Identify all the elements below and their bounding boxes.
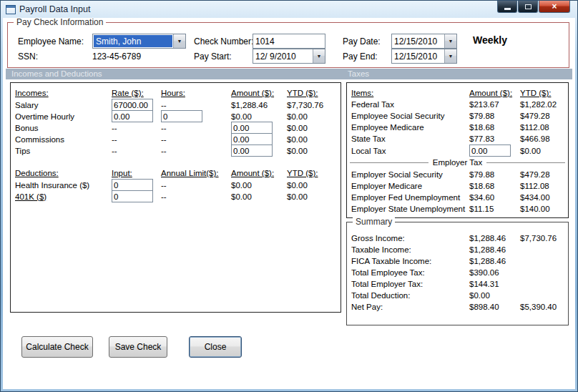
pay-date-picker[interactable]: 12/15/2010 ▼ bbox=[391, 34, 457, 49]
window-title: Payroll Data Input bbox=[19, 4, 90, 14]
overtime-rate-input[interactable] bbox=[112, 110, 153, 122]
er-fed-unemp-amount: $34.60 bbox=[469, 193, 520, 202]
col-header-amount: Amount ($): bbox=[231, 89, 287, 97]
col-header-input: Input: bbox=[112, 169, 161, 177]
paycheck-info-legend: Pay Check Information bbox=[14, 18, 106, 27]
tips-rate: -- bbox=[112, 147, 161, 155]
er-state-unemp-ytd: $140.00 bbox=[520, 205, 568, 213]
chevron-down-icon: ▼ bbox=[173, 34, 185, 48]
emp-ss-ytd: $479.28 bbox=[520, 112, 568, 120]
tips-ytd: $0.00 bbox=[287, 147, 341, 155]
commissions-amount-input[interactable] bbox=[231, 133, 273, 145]
check-number-label: Check Number: bbox=[194, 34, 253, 49]
table-row-employer-fed-unemployment: Employer Fed Unemployment $34.60 $434.00 bbox=[347, 192, 568, 203]
table-row-federal-tax: Federal Tax $213.67 $1,282.02 bbox=[347, 99, 568, 110]
employee-name-combobox[interactable]: Smith, John ▼ bbox=[92, 34, 186, 49]
local-tax-input[interactable] bbox=[469, 144, 511, 157]
emp-medicare-amount: $18.68 bbox=[469, 123, 520, 132]
check-number-input[interactable] bbox=[253, 34, 325, 49]
taxes-header-row: Items: Amount ($): YTD ($): bbox=[347, 87, 568, 99]
col-header-hours: Hours: bbox=[161, 89, 231, 97]
table-row-fica-taxable: FICA Taxable Income: $1,288.46 bbox=[347, 255, 568, 267]
col-header-rate: Rate ($): bbox=[112, 89, 161, 97]
incomes-header-row: Incomes: Rate ($): Hours: Amount ($): YT… bbox=[11, 87, 341, 99]
pay-end-value: 12/15/2010 bbox=[392, 49, 444, 63]
pay-date-label: Pay Date: bbox=[343, 34, 381, 49]
row-label: Gross Income: bbox=[351, 234, 469, 242]
local-ytd: $0.00 bbox=[520, 147, 568, 155]
employer-tax-divider: Employer Tax bbox=[347, 156, 568, 169]
deductions-header-row: Deductions: Input: Annual Limit($): Amou… bbox=[11, 167, 341, 179]
tips-hours: -- bbox=[161, 147, 231, 155]
employer-tax-label: Employer Tax bbox=[428, 158, 486, 167]
401k-link[interactable]: 401K ($) bbox=[15, 192, 112, 201]
table-row-total-employer-tax: Total Employer Tax: $144.31 bbox=[347, 278, 568, 290]
fica-amount: $1,288.46 bbox=[469, 257, 520, 265]
emp-medicare-ytd: $112.08 bbox=[520, 123, 568, 132]
salary-amount: $1,288.46 bbox=[231, 101, 287, 109]
er-medicare-ytd: $112.08 bbox=[520, 182, 568, 190]
client-area: Pay Check Information Employee Name: Smi… bbox=[3, 18, 575, 389]
row-label: FICA Taxable Income: bbox=[351, 257, 469, 265]
divider-line bbox=[350, 162, 428, 163]
overtime-amount: $0.00 bbox=[231, 112, 287, 121]
minimize-button[interactable] bbox=[497, 1, 517, 13]
tips-amount-input[interactable] bbox=[231, 144, 273, 157]
row-label: Employee Social Security bbox=[351, 112, 469, 120]
table-row-total-deduction: Total Deduction: $0.00 bbox=[347, 290, 568, 301]
window-controls: × bbox=[497, 1, 570, 13]
table-row-tips: Tips -- -- $0.00 bbox=[11, 144, 341, 156]
pay-start-label: Pay Start: bbox=[194, 49, 232, 64]
taxes-panel: Items: Amount ($): YTD ($): Federal Tax … bbox=[346, 82, 569, 218]
net-pay-ytd: $5,390.40 bbox=[520, 303, 568, 311]
row-label: Overtime Hourly bbox=[15, 112, 112, 121]
salary-rate-input[interactable] bbox=[112, 99, 153, 111]
section-incomes-deductions: Incomes and Deductions bbox=[11, 69, 102, 78]
col-header-incomes: Incomes: bbox=[15, 89, 112, 97]
paycheck-info-group: Pay Check Information Employee Name: Smi… bbox=[7, 22, 569, 68]
401k-ytd: $0.00 bbox=[287, 192, 341, 201]
calculate-check-button[interactable]: Calculate Check bbox=[21, 336, 93, 358]
er-ss-ytd: $479.28 bbox=[520, 170, 568, 179]
federal-amount: $213.67 bbox=[469, 100, 520, 109]
col-header-amount: Amount ($): bbox=[469, 89, 520, 97]
close-window-button[interactable]: × bbox=[539, 1, 570, 13]
col-header-ytd: YTD ($): bbox=[287, 89, 341, 97]
close-button[interactable]: Close bbox=[189, 336, 242, 358]
summary-group: Summary Gross Income: $1,288.46 $7,730.7… bbox=[346, 222, 569, 325]
save-check-button[interactable]: Save Check bbox=[109, 336, 167, 358]
commissions-ytd: $0.00 bbox=[287, 135, 341, 144]
commissions-hours: -- bbox=[161, 135, 231, 144]
table-row-commissions: Commissions -- -- $0.00 bbox=[11, 133, 341, 144]
row-label: Total Deduction: bbox=[351, 291, 469, 300]
bonus-ytd: $0.00 bbox=[287, 124, 341, 132]
row-label: Local Tax bbox=[351, 147, 469, 155]
row-label: Employer State Unemployment bbox=[351, 205, 469, 213]
row-label: Tips bbox=[15, 147, 112, 155]
row-label: Net Pay: bbox=[351, 303, 469, 311]
chevron-down-icon: ▼ bbox=[444, 49, 456, 63]
incomes-deductions-panel: Incomes: Rate ($): Hours: Amount ($): YT… bbox=[10, 82, 341, 313]
maximize-button[interactable] bbox=[518, 1, 538, 13]
bonus-hours: -- bbox=[161, 124, 231, 132]
health-insurance-input[interactable] bbox=[112, 179, 153, 191]
401k-input[interactable] bbox=[112, 190, 153, 202]
app-icon bbox=[6, 5, 16, 14]
er-state-unemp-amount: $11.15 bbox=[469, 205, 520, 213]
ssn-label: SSN: bbox=[18, 49, 38, 64]
emp-ss-amount: $79.88 bbox=[469, 112, 520, 120]
overtime-hours-input[interactable] bbox=[161, 110, 202, 122]
minimize-icon bbox=[504, 8, 511, 10]
bonus-amount-input[interactable] bbox=[231, 122, 273, 134]
ssn-value: 123-45-6789 bbox=[92, 49, 141, 64]
table-row-employee-ss: Employee Social Security $79.88 $479.28 bbox=[347, 110, 568, 122]
col-header-deductions: Deductions: bbox=[15, 169, 112, 177]
pay-end-picker[interactable]: 12/15/2010 ▼ bbox=[391, 49, 457, 64]
pay-start-picker[interactable]: 12/ 9/2010 ▼ bbox=[253, 49, 325, 64]
title-bar[interactable]: Payroll Data Input × bbox=[1, 1, 577, 18]
maximize-icon bbox=[525, 4, 532, 9]
total-deduction-amount: $0.00 bbox=[469, 291, 520, 300]
state-amount: $77.83 bbox=[469, 134, 520, 143]
table-row-employer-state-unemployment: Employer State Unemployment $11.15 $140.… bbox=[347, 203, 568, 215]
table-row-overtime: Overtime Hourly $0.00 $0.00 bbox=[11, 110, 341, 122]
